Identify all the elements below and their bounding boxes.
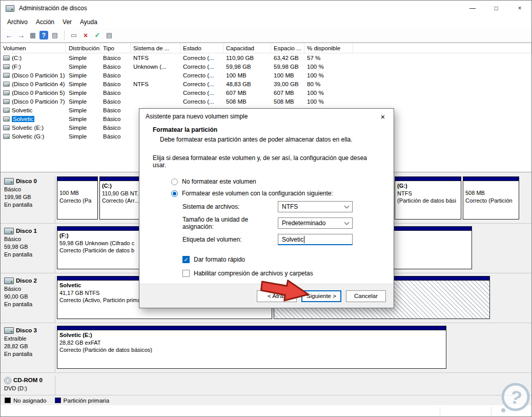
menu-archivo[interactable]: Archivo (3, 17, 32, 27)
cell-distribucion: Simple (66, 98, 100, 105)
menu-ver[interactable]: Ver (58, 17, 76, 27)
volume-name: (C:) (12, 55, 22, 61)
cell-tipo: Básico (100, 81, 131, 87)
column-header-distribucion[interactable]: Distribución (66, 43, 100, 53)
disk-name-text: Disco 2 (16, 277, 37, 285)
column-header-volumen[interactable]: Volumen (1, 43, 66, 53)
volume-row[interactable]: (Disco 0 Partición 5)SimpleBásicoCorrect… (1, 88, 531, 97)
partition-block[interactable]: 100 MBCorrecto (Pa (57, 176, 98, 220)
disk-name-text: Disco 3 (16, 327, 37, 334)
radio-format-with-settings[interactable] (171, 190, 178, 197)
disk-header-disco-2[interactable]: Disco 2Básico90,00 GBEn pantalla (1, 276, 55, 323)
cell-volumen: (Disco 0 Partición 4) (1, 81, 66, 87)
volume-row[interactable]: (Disco 0 Partición 4)SimpleBásicoNTFSCor… (1, 80, 531, 88)
partition-info-line: Correcto (Partición (465, 197, 517, 205)
volume-row[interactable]: (C:)SimpleBásicoNTFSCorrecto (...110,90 … (1, 53, 531, 62)
volume-name: Solvetic (12, 107, 32, 113)
disk-header-disco-3[interactable]: Disco 3Extraíble28,82 GBEn pantalla (1, 326, 55, 372)
column-header-estado[interactable]: Estado (180, 43, 223, 53)
app-icon (6, 5, 14, 12)
mark-partition-icon[interactable]: ✓ (92, 30, 103, 41)
cell-espacio: 63,42 GB (271, 55, 304, 61)
volume-name: (Disco 0 Partición 1) (12, 72, 65, 78)
cell-espacio: 59,98 GB (271, 64, 304, 70)
partition-body: (G:)NTFS(Partición de datos bási (395, 181, 461, 219)
volume-icon (3, 90, 10, 95)
disk-info-line: En pantalla (4, 251, 53, 259)
disk-name: Disco 1 (4, 227, 53, 235)
cell-distribucion: Simple (66, 55, 100, 61)
volume-row[interactable]: (Disco 0 Partición 7)SimpleBásicoCorrect… (1, 97, 531, 106)
legend-item-primary-partition: Partición primaria (55, 398, 109, 404)
column-header-sistema[interactable]: Sistema de ... (131, 43, 180, 53)
delete-volume-icon[interactable]: × (80, 30, 91, 41)
disk-header-disco-0[interactable]: Disco 0Básico199,98 GBEn pantalla (1, 176, 55, 223)
partition-block[interactable]: (C:)110,90 GB NT...Correcto (Arr... (99, 176, 139, 220)
action-pane-icon[interactable]: ▭ (69, 30, 79, 41)
radio-format-with-settings-label: Formatear este volumen con la configurac… (182, 190, 333, 197)
column-header-disponible[interactable]: % disponible (304, 43, 353, 53)
close-button[interactable]: × (508, 1, 531, 16)
dialog-close-button[interactable]: × (372, 109, 394, 124)
file-compression-checkbox[interactable] (182, 270, 190, 277)
console-tree-icon[interactable]: ▦ (28, 30, 38, 41)
filesystem-value: NTFS (282, 203, 298, 210)
cell-distribucion: Simple (66, 133, 100, 140)
disk-name-text: Disco 0 (16, 177, 37, 185)
partition-body: 100 MBCorrecto (Pa (57, 181, 97, 219)
volume-label-input[interactable]: Solvetic (278, 234, 353, 245)
partition-label: (G:) (397, 182, 459, 190)
list-view-icon[interactable]: ▤ (50, 30, 60, 41)
cell-estado: Correcto (... (180, 90, 223, 96)
disk-header-disco-1[interactable]: Disco 1Básico59,98 GBEn pantalla (1, 226, 55, 273)
column-header-espacio[interactable]: Espacio ... (271, 43, 304, 53)
cell-estado: Correcto (... (180, 55, 223, 61)
volume-row[interactable]: (F:)SimpleBásicoUnknown (...Correcto (..… (1, 62, 531, 71)
quick-format-checkbox[interactable]: ✓ (182, 256, 190, 263)
partition-block[interactable]: 508 MBCorrecto (Partición (463, 176, 519, 220)
allocation-unit-select[interactable]: Predeterminado (278, 217, 353, 229)
cell-capacidad: 607 MB (223, 90, 271, 96)
volume-name: (Disco 0 Partición 7) (12, 98, 65, 105)
disk-info-line: Básico (4, 186, 53, 193)
dialog-titlebar: Asistente para nuevo volumen simple × (139, 109, 394, 124)
radio-no-format[interactable] (171, 178, 178, 185)
cancel-button[interactable]: Cancelar (346, 290, 386, 302)
cell-capacidad: 110,90 GB (223, 55, 271, 61)
cell-volumen: Solvetic (1, 107, 66, 113)
partition-block[interactable]: Solvetic (E:)28,82 GB exFATCorrecto (Par… (57, 326, 446, 369)
back-icon[interactable]: ← (4, 30, 14, 41)
disk-name-text: Disco 1 (16, 227, 37, 235)
disk-header-cd-rom-0[interactable]: CD-ROM 0DVD (D:) (1, 375, 55, 395)
cell-volumen: Solvetic (G:) (1, 133, 66, 140)
menu-accion[interactable]: Acción (32, 17, 58, 27)
filesystem-select[interactable]: NTFS (278, 201, 353, 212)
column-header-tipo[interactable]: Tipo (100, 43, 131, 53)
cell-espacio: 100 MB (271, 72, 304, 78)
disk-info-line: En pantalla (4, 301, 53, 308)
menu-ayuda[interactable]: Ayuda (76, 17, 101, 27)
legend-swatch-unallocated (5, 398, 11, 403)
disk-info-line: DVD (D:) (4, 385, 53, 392)
cell-volumen: (F:) (1, 64, 66, 70)
minimize-button[interactable]: — (461, 1, 484, 16)
cell-distribucion: Simple (66, 64, 100, 70)
properties-icon[interactable]: ▤ (104, 30, 114, 41)
maximize-button[interactable]: □ (484, 1, 508, 16)
partition-color-band (57, 177, 97, 181)
cell-tipo: Básico (100, 55, 131, 61)
chevron-down-icon (344, 220, 350, 225)
cd-drive-icon (4, 377, 11, 384)
partition-block[interactable]: (G:)NTFS(Partición de datos bási (395, 176, 461, 220)
disk-name: Disco 0 (4, 177, 53, 185)
forward-icon[interactable]: → (16, 30, 26, 41)
volume-icon (3, 82, 10, 87)
volume-name: (Disco 0 Partición 5) (12, 90, 65, 96)
cell-tipo: Básico (100, 90, 131, 96)
dialog-body: Elija si desea formatear este volumen y,… (139, 143, 394, 284)
column-header-capacidad[interactable]: Capacidad (223, 43, 271, 53)
help-icon[interactable]: ? (39, 31, 48, 39)
cell-tipo: Básico (100, 64, 131, 70)
volume-row[interactable]: (Disco 0 Partición 1)SimpleBásicoCorrect… (1, 71, 531, 80)
cell-estado: Correcto (... (180, 64, 223, 70)
